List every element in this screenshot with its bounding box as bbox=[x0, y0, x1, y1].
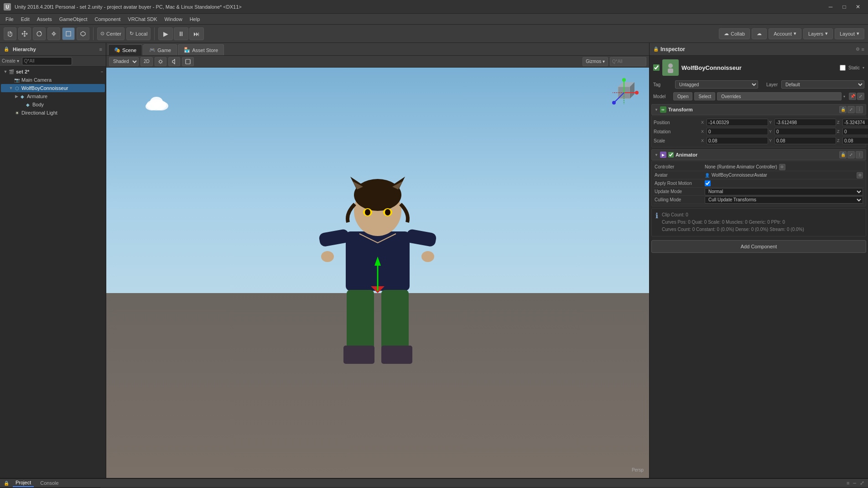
pos-y-label: Y bbox=[769, 120, 774, 125]
scale-z-input[interactable] bbox=[842, 137, 868, 144]
menu-window[interactable]: Window bbox=[161, 16, 186, 23]
tab-game[interactable]: 🎮 Game bbox=[143, 44, 177, 55]
hier-create-btn[interactable]: Create ▾ bbox=[2, 58, 19, 63]
account-button[interactable]: Account ▾ bbox=[769, 28, 801, 39]
step-button[interactable]: ⏭ bbox=[189, 27, 204, 40]
transform-header[interactable]: ▼ ⇔ Transform 🔒 ⤢ ⋮ bbox=[651, 104, 866, 115]
hier-item-scene[interactable]: ▼ 🎬 set 2* – bbox=[1, 68, 105, 76]
transform-tool[interactable] bbox=[77, 27, 89, 40]
tag-dropdown[interactable]: Untagged bbox=[675, 80, 758, 89]
transform-icon: ⇔ bbox=[660, 106, 666, 113]
obj-active-checkbox[interactable] bbox=[653, 64, 660, 71]
tab-console[interactable]: Console bbox=[37, 479, 61, 487]
animator-title: Animator bbox=[676, 152, 837, 157]
animator-enabled-checkbox[interactable] bbox=[668, 152, 674, 157]
tab-project[interactable]: Project bbox=[13, 479, 34, 487]
pos-x-input[interactable] bbox=[707, 119, 768, 126]
animator-expand-btn[interactable]: ⤢ bbox=[847, 151, 855, 158]
scale-y-label: Y bbox=[769, 138, 774, 143]
transform-expand-btn[interactable]: ⤢ bbox=[847, 106, 855, 113]
insp-expand-btn[interactable]: ⤢ bbox=[857, 93, 864, 100]
rect-tool[interactable] bbox=[62, 27, 75, 40]
info-text-block: Clip Count: 0 Curves Pos: 0 Quat: 0 Scal… bbox=[662, 211, 804, 233]
layers-button[interactable]: Layers ▾ bbox=[803, 28, 833, 39]
hier-item-body[interactable]: ▶ ◆ Body bbox=[1, 100, 105, 109]
rotation-label: Rotation bbox=[654, 129, 699, 134]
layer-dropdown[interactable]: Default bbox=[781, 80, 864, 89]
hier-item-main-camera[interactable]: ▶ 📷 Main Camera bbox=[1, 76, 105, 84]
hier-item-armature[interactable]: ▶ ◆ Armature bbox=[1, 92, 105, 100]
insp-pin-btn[interactable]: 📌 bbox=[849, 93, 856, 100]
minimize-button[interactable]: ─ bbox=[824, 0, 837, 13]
pause-button[interactable]: ⏸ bbox=[174, 27, 188, 40]
menu-component[interactable]: Component bbox=[91, 16, 124, 23]
expand-project-btn[interactable]: ⤢ bbox=[860, 480, 864, 486]
transform-menu-btn[interactable]: ⋮ bbox=[856, 106, 863, 113]
avatar-pick-btn[interactable]: ⊙ bbox=[857, 172, 863, 178]
space-local-button[interactable]: ↻ Local bbox=[126, 27, 151, 40]
pos-z-input[interactable] bbox=[842, 119, 868, 126]
scene-viewport[interactable]: Persp bbox=[106, 68, 649, 478]
scene-search-input[interactable] bbox=[610, 57, 646, 66]
rot-y-input[interactable] bbox=[774, 128, 836, 135]
model-overrides-btn[interactable]: Overrides bbox=[717, 92, 842, 100]
audio-toggle[interactable] bbox=[168, 57, 180, 66]
hier-camera-label: Main Camera bbox=[21, 77, 52, 83]
scale-x-input[interactable] bbox=[707, 137, 768, 144]
model-open-btn[interactable]: Open bbox=[673, 92, 692, 100]
light-toggle[interactable] bbox=[155, 57, 166, 66]
animator-header[interactable]: ▼ ▶ Animator 🔒 ⤢ ⋮ bbox=[651, 149, 866, 160]
update-mode-label: Update Mode bbox=[655, 189, 705, 194]
svg-point-43 bbox=[668, 63, 673, 68]
tab-asset-store[interactable]: 🏪 Asset Store bbox=[178, 44, 224, 55]
collab-button[interactable]: ☁ Collab bbox=[719, 28, 750, 39]
rot-z-input[interactable] bbox=[842, 128, 868, 135]
move-tool[interactable] bbox=[18, 27, 31, 40]
tab-scene[interactable]: 🎭 Scene bbox=[108, 44, 142, 55]
shading-dropdown[interactable]: Shaded bbox=[109, 57, 139, 66]
body-icon: ◆ bbox=[25, 101, 31, 108]
animator-lock-btn[interactable]: 🔒 bbox=[839, 151, 847, 158]
hier-light-label: Directional Light bbox=[21, 110, 57, 115]
scale-y-input[interactable] bbox=[774, 137, 836, 144]
root-motion-value bbox=[705, 180, 863, 186]
update-mode-select[interactable]: Normal bbox=[705, 188, 863, 195]
maximize-button[interactable]: □ bbox=[838, 0, 851, 13]
menu-vrchat-sdk[interactable]: VRChat SDK bbox=[124, 16, 161, 23]
hand-tool[interactable] bbox=[4, 27, 16, 40]
gizmos-button[interactable]: Gizmos ▾ bbox=[582, 57, 608, 66]
rotate-tool[interactable] bbox=[33, 27, 46, 40]
rot-x-input[interactable] bbox=[707, 128, 768, 135]
pivot-center-button[interactable]: ⊙ Center bbox=[97, 27, 125, 40]
avatar-value: 👤 WolfBoyConnoisseurAvatar ⊙ bbox=[705, 172, 863, 178]
static-checkbox[interactable] bbox=[840, 65, 846, 71]
play-button[interactable]: ▶ bbox=[158, 27, 173, 40]
transform-title: Transform bbox=[668, 107, 837, 112]
cloud-button[interactable]: ☁ bbox=[752, 28, 767, 39]
culling-mode-select[interactable]: Cull Update Transforms bbox=[705, 196, 863, 204]
menu-gameobject[interactable]: GameObject bbox=[56, 16, 91, 23]
transform-lock-btn[interactable]: 🔒 bbox=[839, 106, 847, 113]
pos-y-input[interactable] bbox=[774, 119, 836, 126]
animator-menu-btn[interactable]: ⋮ bbox=[856, 151, 863, 158]
menu-file[interactable]: File bbox=[2, 16, 17, 23]
add-component-button[interactable]: Add Component bbox=[651, 240, 866, 253]
minimize-project-btn[interactable]: – bbox=[853, 480, 856, 486]
controller-pick-btn[interactable]: ⊙ bbox=[779, 164, 785, 170]
hier-item-directional-light[interactable]: ▶ ☀ Directional Light bbox=[1, 109, 105, 117]
hier-item-wolfboy[interactable]: ▼ ⬡ WolfBoyConnoisseur bbox=[1, 84, 105, 92]
scale-tool[interactable] bbox=[47, 27, 60, 40]
effects-toggle[interactable] bbox=[182, 57, 194, 66]
scene-gizmo[interactable] bbox=[608, 77, 640, 109]
avatar-text: WolfBoyConnoisseurAvatar bbox=[712, 173, 855, 178]
2d-button[interactable]: 2D bbox=[140, 57, 153, 66]
layout-button[interactable]: Layout ▾ bbox=[835, 28, 864, 39]
hierarchy-search-input[interactable] bbox=[22, 57, 72, 65]
root-motion-checkbox[interactable] bbox=[705, 180, 711, 186]
menu-assets[interactable]: Assets bbox=[33, 16, 56, 23]
scale-xyz: X Y Z bbox=[701, 137, 868, 144]
model-select-btn[interactable]: Select bbox=[694, 92, 715, 100]
close-button[interactable]: ✕ bbox=[852, 0, 864, 13]
menu-edit[interactable]: Edit bbox=[17, 16, 33, 23]
menu-help[interactable]: Help bbox=[186, 16, 204, 23]
